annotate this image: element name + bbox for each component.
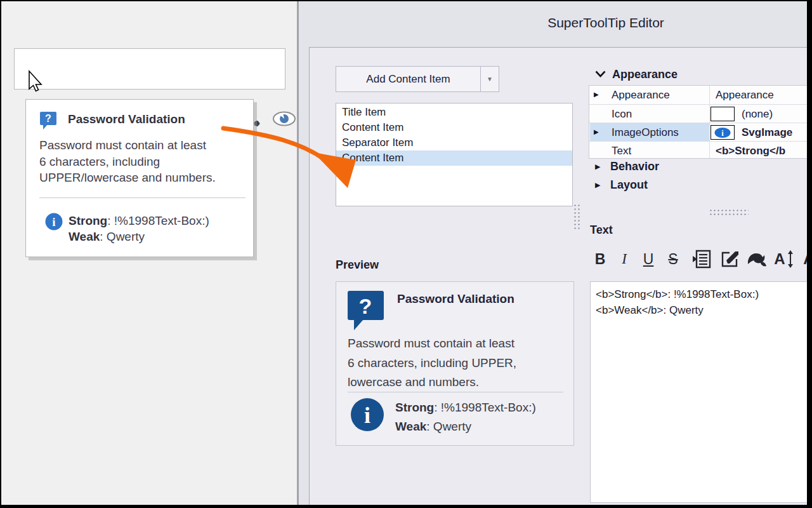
list-item-selected[interactable]: Content Item <box>336 150 572 166</box>
editor-title: SuperToolTip Editor <box>444 15 768 30</box>
text-format-toolbar: B I U S A <box>590 246 812 272</box>
text-section-label: Text <box>590 224 613 237</box>
category-layout[interactable]: Layout <box>610 178 648 192</box>
property-row-text[interactable]: Text <b>Strong</b <box>589 142 812 160</box>
property-row-icon[interactable]: Icon (none) <box>589 105 812 123</box>
category-appearance[interactable]: Appearance <box>612 68 678 81</box>
svg-text:i: i <box>364 403 370 428</box>
format-brush-button[interactable] <box>745 246 769 272</box>
svg-text:?: ? <box>359 294 372 318</box>
bold-button[interactable]: B <box>590 246 610 272</box>
category-behavior[interactable]: Behavior <box>610 160 659 173</box>
add-content-item-button[interactable]: Add Content Item ▼ <box>336 66 499 92</box>
italic-button[interactable]: I <box>615 246 633 272</box>
tooltip-items-list[interactable]: Title Item Content Item Separator Item C… <box>336 103 573 206</box>
demo-panel: Password ? Password Validation Password … <box>0 0 297 508</box>
app-window: Password ? Password Validation Password … <box>0 0 812 508</box>
question-bubble-icon: ? <box>348 291 384 331</box>
tooltip-text-editor[interactable]: <b>Strong</b>: !%1998Text-Box:) <b>Weak<… <box>590 281 812 503</box>
strikethrough-button[interactable]: S <box>664 246 683 272</box>
category-expand-chevron-icon[interactable] <box>595 70 606 77</box>
brush-icon <box>746 249 768 269</box>
list-item[interactable]: Separator Item <box>336 135 572 150</box>
info-circle-icon: i <box>45 213 63 231</box>
vertical-splitter-grip[interactable] <box>573 204 581 231</box>
edit-text-button[interactable] <box>718 246 742 272</box>
list-button[interactable] <box>689 246 714 272</box>
svg-image-thumbnail[interactable]: i <box>710 125 735 140</box>
preview-tooltip-footer: Strong: !%1998Text-Box:) Weak: Qwerty <box>395 398 536 436</box>
property-row-imageoptions[interactable]: ▶ ImageOptions i SvgImage <box>589 123 812 142</box>
font-size-button[interactable]: A <box>770 246 798 272</box>
underline-button[interactable]: U <box>638 246 658 272</box>
preview-separator <box>348 392 563 392</box>
property-grid: ▶ Appearance Appearance Icon (none) ▶ Im… <box>589 85 812 159</box>
tooltip-separator <box>39 197 246 198</box>
add-content-item-label[interactable]: Add Content Item <box>336 67 480 91</box>
tooltip-footer: Strong: !%1998Text-Box:) Weak: Qwerty <box>69 213 209 244</box>
preview-tooltip-body: Password must contain at least 6 charact… <box>348 334 566 392</box>
info-circle-icon: i <box>350 398 384 432</box>
list-item[interactable]: Title Item <box>336 105 572 120</box>
password-reveal-eye-icon[interactable] <box>272 110 297 128</box>
window-border <box>0 0 1 508</box>
question-bubble-icon: ? <box>40 112 57 130</box>
category-collapsed-triangle-icon[interactable]: ▶ <box>595 163 600 171</box>
category-collapsed-triangle-icon[interactable]: ▶ <box>595 181 600 189</box>
up-down-arrow-icon <box>787 250 794 268</box>
window-border <box>0 0 812 1</box>
window-border <box>0 505 812 508</box>
info-ellipse-icon: i <box>714 127 731 138</box>
row-expand-triangle-icon[interactable]: ▶ <box>594 91 599 98</box>
tooltip-title: Password Validation <box>68 112 185 126</box>
window-border <box>807 0 812 508</box>
password-field[interactable]: Password <box>14 48 285 90</box>
supertooltip-popup: ? Password Validation Password must cont… <box>25 99 254 257</box>
svg-text:i: i <box>721 128 724 137</box>
row-expand-triangle-icon[interactable]: ▶ <box>594 128 599 135</box>
horizontal-splitter-grip[interactable] <box>709 209 749 217</box>
list-item[interactable]: Content Item <box>336 120 572 135</box>
edit-pencil-icon <box>720 249 740 269</box>
svg-text:i: i <box>52 215 55 229</box>
add-item-dropdown-arrow-icon[interactable]: ▼ <box>481 67 499 91</box>
svg-text:?: ? <box>45 113 51 124</box>
tooltip-body: Password must contain at least 6 charact… <box>39 137 249 186</box>
list-icon <box>691 249 712 269</box>
icon-value-swatch[interactable] <box>710 107 735 121</box>
preview-box: ? Password Validation Password must cont… <box>336 281 574 446</box>
property-row-appearance[interactable]: ▶ Appearance Appearance <box>589 86 812 104</box>
preview-tooltip-title: Password Validation <box>397 292 514 306</box>
preview-label: Preview <box>336 258 379 272</box>
